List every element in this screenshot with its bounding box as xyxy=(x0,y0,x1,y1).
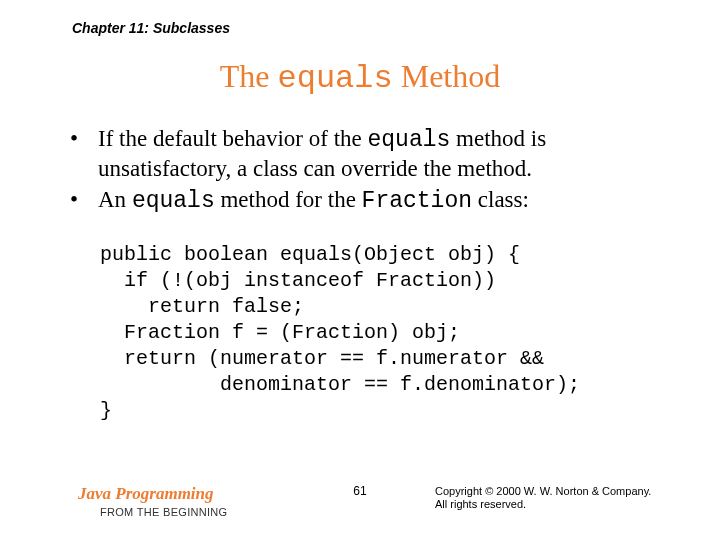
text-span: If the default behavior of the xyxy=(98,126,368,151)
code-block: public boolean equals(Object obj) { if (… xyxy=(100,242,580,424)
text-span: An xyxy=(98,187,132,212)
copyright: Copyright © 2000 W. W. Norton & Company.… xyxy=(435,485,665,513)
slide-title: The equals Method xyxy=(0,58,720,97)
copyright-line-1: Copyright © 2000 W. W. Norton & Company. xyxy=(435,485,665,499)
text-span: class: xyxy=(472,187,529,212)
code-span: equals xyxy=(132,188,215,214)
bullet-2: • An equals method for the Fraction clas… xyxy=(70,186,660,216)
bullet-1-text: If the default behavior of the equals me… xyxy=(98,125,660,184)
bullet-2-text: An equals method for the Fraction class: xyxy=(98,186,660,216)
bullet-dot: • xyxy=(70,186,98,216)
title-prefix: The xyxy=(220,58,278,94)
slide-content: • If the default behavior of the equals … xyxy=(70,125,660,217)
chapter-header: Chapter 11: Subclasses xyxy=(72,20,230,36)
bullet-dot: • xyxy=(70,125,98,184)
copyright-line-2: All rights reserved. xyxy=(435,498,665,512)
text-span: method for the xyxy=(215,187,362,212)
code-span: Fraction xyxy=(362,188,472,214)
code-span: equals xyxy=(368,127,451,153)
book-subtitle: FROM THE BEGINNING xyxy=(100,506,227,518)
bullet-1: • If the default behavior of the equals … xyxy=(70,125,660,184)
title-mono: equals xyxy=(277,60,392,97)
title-suffix: Method xyxy=(393,58,501,94)
